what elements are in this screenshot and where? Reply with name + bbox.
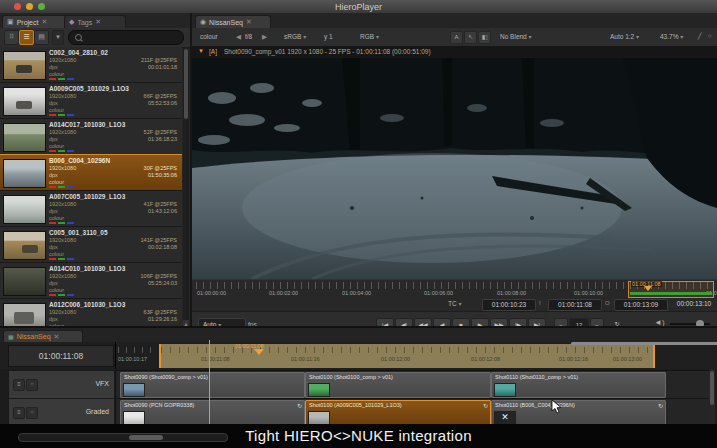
tab-project[interactable]: ▣ Project ✕ [2,15,70,28]
track-lock-icon[interactable]: ○ [26,407,38,419]
close-icon[interactable]: ✕ [41,18,47,26]
volume-slider[interactable] [670,323,710,325]
current-frame-field[interactable]: 01:00:11:08 [548,299,602,311]
video-frame[interactable] [192,58,717,279]
proxy-mode-dropdown[interactable]: Auto 1:2 ▾ [610,33,639,40]
gamma-control[interactable]: y 1 [324,33,333,40]
rgb-channels-icon [49,294,74,296]
in-point-field[interactable]: 01:00:10:23 [482,299,536,311]
wipe-tool-icon[interactable]: ↖ [464,31,477,44]
soft-effect-icon[interactable]: ↻ [297,402,302,409]
colorspace-dropdown[interactable]: sRGB ▾ [284,33,306,40]
in-out-range[interactable]: 01:00:11:08 [628,281,714,298]
scrollbar-thumb[interactable] [184,49,188,119]
timeline-ruler[interactable]: 01:00:11:08 01:00:10:17 01:00:11:08 01:0… [0,342,717,369]
clip-label: Shot0100 (A009C005_101029_L1O3) [309,402,402,408]
clip-name: A007C005_101029_L1O3 [49,193,125,200]
timeline-panel: ▦ NissanSeq ✕ 01:00:11:08 01:00:10:17 01… [0,326,717,426]
tracks-vscrollbar[interactable] [709,369,715,426]
timeline-clip[interactable]: Shot0090 (Shot0090_comp > v01) [120,372,305,398]
timeline-clip[interactable]: Shot0090 (PCN GOPR0338) ↻ [120,400,305,426]
left-tabbar: ▣ Project ✕ ◆ Tags ✕ [0,13,190,29]
detail-view-icon[interactable]: ▤ [34,30,49,45]
track-header-graded[interactable]: ≡ ○ Graded [8,398,115,427]
scrollbar-thumb[interactable] [710,371,714,405]
zoom-level-dropdown[interactable]: 43.7% ▾ [660,33,683,40]
close-icon[interactable]: ✕ [95,18,101,26]
close-icon[interactable]: ✕ [246,18,252,26]
clip-colorspace: colour [49,215,64,221]
search-input[interactable] [68,30,184,45]
tab-viewer-nissanseq[interactable]: ◉ NissanSeq ✕ [195,15,271,28]
set-out-icon[interactable]: O [605,300,610,306]
clip-resolution: 1920x1080 [49,129,76,135]
list-item[interactable]: C005_001_3110_05 1920x1080 dpx colour 14… [0,227,182,263]
clip-name: C005_001_3110_05 [49,229,108,236]
colour-label: colour [200,33,218,40]
tab-tags[interactable]: ◆ Tags ✕ [64,15,126,28]
ruler-label: 01:00:11:08 [201,356,230,362]
gain-increment-icon[interactable]: ▶ [262,33,267,41]
rgb-channels-icon [49,186,74,188]
timeline-playhead-icon[interactable] [254,349,264,355]
clip-resolution: 1920x1080 [49,57,76,63]
exposure-display-icon[interactable] [705,31,716,42]
timeline-clip[interactable]: Shot0110 (Shot0110_comp > v01) [491,372,666,398]
channels-dropdown[interactable]: RGB ▾ [360,33,379,40]
track-row-vfx: ≡ ○ VFX Shot0090 (Shot0090_comp > v01) S… [8,370,708,397]
set-in-icon[interactable]: I [539,300,541,306]
timeline-clip-selected[interactable]: Shot0100 (A009C005_101029_L1O3) ↻ [305,400,491,426]
ruler-area[interactable]: 01:00:10:17 01:00:11:08 01:00:11:16 01:0… [115,342,713,369]
rgb-channels-icon [49,114,74,116]
clip-thumbnail [494,383,516,397]
caption-text: Tight HIERO<>NUKE integration [0,427,717,444]
clip-label: Shot0110 (B006_C004_10296N) [495,402,575,408]
input-a-icon[interactable]: A [450,31,463,44]
track-lock-icon[interactable]: ○ [26,379,38,391]
track-header-vfx[interactable]: ≡ ○ VFX [8,370,115,399]
playhead-line[interactable] [209,340,210,424]
mask-overlay-icon[interactable]: ◧ [478,31,491,44]
track-body[interactable]: Shot0090 (PCN GOPR0338) ↻ Shot0100 (A009… [115,398,710,427]
blend-mode-dropdown[interactable]: No Blend ▾ [500,33,532,40]
gain-decrement-icon[interactable]: ◀ [236,33,241,41]
tc-mode-dropdown[interactable]: TC ▾ [448,300,462,307]
cached-range-bar [630,292,712,295]
clip-thumbnail [3,231,46,260]
in-out-range[interactable]: 01:00:11:08 01:00:11:16 01:00:12:00 01:0… [159,344,655,368]
close-icon[interactable]: ✕ [54,333,60,341]
clip-timecode: 01:29:26:16 [148,316,177,322]
tab-timeline-nissanseq[interactable]: ▦ NissanSeq ✕ [3,330,83,342]
filter-dropdown-icon[interactable]: ▾ [52,30,64,45]
list-view-icon[interactable]: ☰ [19,30,34,45]
clip-format: dpx [49,64,58,70]
list-item[interactable]: C002_004_2810_02 1920x1080 dpx colour 21… [0,47,182,83]
track-enable-icon[interactable]: ≡ [13,407,25,419]
track-body[interactable]: Shot0090 (Shot0090_comp > v01) Shot0100 … [115,370,710,399]
clip-marker-icon[interactable]: ▼ [198,48,204,54]
timeline-clip[interactable]: Shot0110 (B006_C004_10296N) ✕ ↻ [491,400,666,426]
rgb-channels-icon [49,258,74,260]
current-time-display[interactable]: 01:00:11:08 [8,345,114,367]
timecode-row: TC ▾ 01:00:10:23 I 01:00:11:08 O 01:00:1… [192,298,717,311]
soft-effect-icon[interactable]: ↻ [483,402,488,409]
list-item[interactable]: A014C010_101030_L1O3 1920x1080 dpx colou… [0,263,182,299]
list-item[interactable]: A007C005_101029_L1O3 1920x1080 dpx colou… [0,191,182,227]
list-item-selected[interactable]: B006_C004_10296N 1920x1080 dpx colour 30… [0,155,182,191]
clip-timecode: 00:01:01:18 [148,64,177,70]
viewer-timeline-ruler[interactable]: 01:00:00:00 01:00:02:00 01:00:04:00 01:0… [192,279,717,299]
out-point-field[interactable]: 01:00:13:09 [614,299,668,311]
grid-view-icon[interactable]: ⠿ [4,30,19,45]
timeline-clip[interactable]: Shot0100 (Shot0100_comp > v01) [305,372,491,398]
track-enable-icon[interactable]: ≡ [13,379,25,391]
gain-value[interactable]: f/8 [245,33,252,40]
list-item[interactable]: A014C017_101030_L1O3 1920x1080 dpx colou… [0,119,182,155]
clip-thumbnail [123,411,145,425]
list-item[interactable]: A0009C005_101029_L1O3 1920x1080 dpx colo… [0,83,182,119]
timeline-hscrollbar[interactable] [571,342,717,345]
ruler-label: 01:00:12:00 [381,356,410,362]
viewer-info-text: Shot0090_comp_v01 1920 x 1080 - 25 FPS -… [224,48,431,55]
viewer-playhead-icon[interactable] [644,286,652,291]
clip-list-scrollbar[interactable]: ▲ ▼ [183,47,189,339]
soft-effect-icon[interactable]: ↻ [658,402,663,409]
